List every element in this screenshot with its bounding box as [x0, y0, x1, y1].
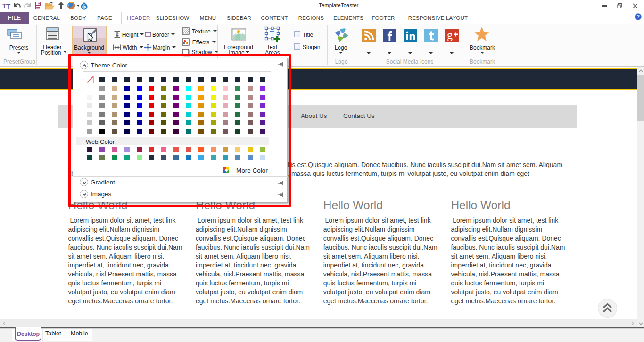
svg-text:g: g	[447, 29, 453, 41]
svg-text:T: T	[270, 29, 275, 38]
